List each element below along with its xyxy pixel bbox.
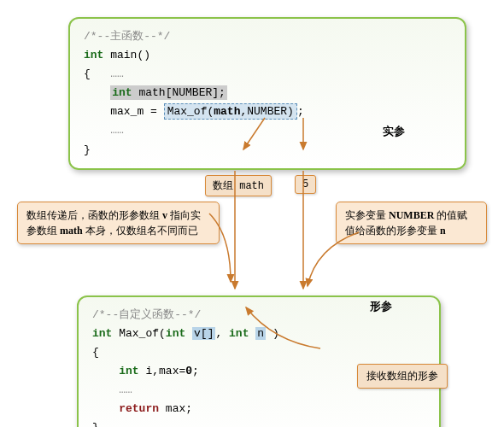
- chip-number: 5: [295, 175, 316, 194]
- note-array-passing: 数组传递后，函数的形参数组 v 指向实参数组 math 本身，仅数组名不同而已: [17, 202, 220, 244]
- main-code-box: /*--主函数--*/ int main() { …… int math[NUM…: [68, 17, 466, 170]
- function-call: Max_of(math,NUMBER): [164, 103, 297, 120]
- formal-param-label: 形参: [370, 299, 392, 314]
- main-signature: int main(): [84, 46, 451, 65]
- param-array: v[]: [192, 327, 215, 340]
- note-receive-array: 接收数组的形参: [357, 364, 448, 389]
- func-signature: int Max_of(int v[], int n ): [92, 325, 425, 343]
- array-declaration: int math[NUMBER];: [110, 85, 227, 100]
- function-code-box: 形参 /*--自定义函数--*/ int Max_of(int v[], int…: [77, 295, 441, 427]
- main-comment: /*--主函数--*/: [84, 27, 451, 46]
- param-n: n: [255, 327, 266, 340]
- actual-param-label: 实参: [383, 124, 405, 139]
- note-value-passing: 实参变量 NUMBER 的值赋值给函数的形参变量 n: [336, 202, 487, 244]
- chip-array: 数组 math: [205, 175, 272, 196]
